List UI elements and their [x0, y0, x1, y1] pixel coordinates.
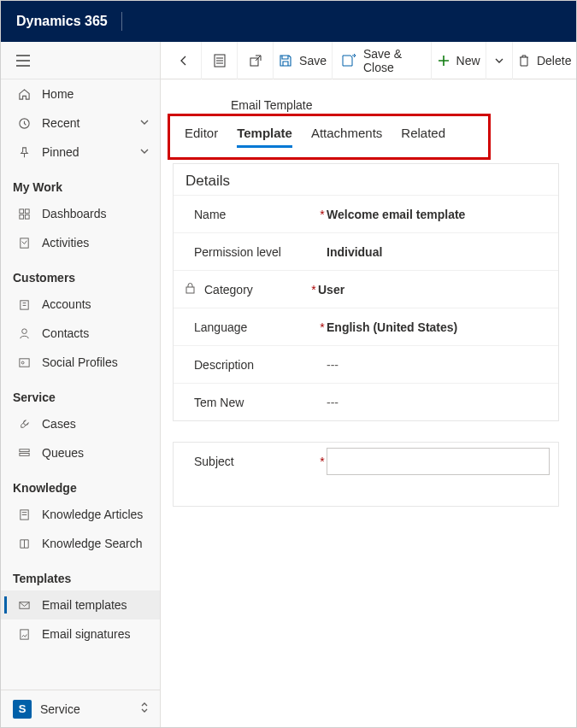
required-marker [318, 396, 327, 409]
svg-rect-15 [19, 449, 28, 451]
nav-group-mywork: My Work [1, 167, 160, 199]
subject-input[interactable] [327, 448, 550, 475]
back-icon [177, 54, 191, 68]
back-button[interactable] [166, 42, 202, 79]
svg-rect-6 [19, 214, 23, 219]
nav-label: Queues [42, 446, 84, 460]
required-marker: * [318, 320, 327, 334]
wrench-icon [16, 418, 32, 431]
nav-home[interactable]: Home [1, 79, 160, 109]
nav-cases[interactable]: Cases [1, 409, 160, 438]
new-flyout-button[interactable] [486, 42, 513, 79]
plus-icon [438, 55, 450, 67]
nav-recent[interactable]: Recent [1, 109, 160, 138]
email-template-icon [16, 599, 32, 612]
nav-dashboards[interactable]: Dashboards [1, 199, 160, 228]
person-icon [16, 327, 32, 340]
area-switcher[interactable]: S Service [1, 690, 160, 727]
nav-label: Email signatures [42, 627, 131, 641]
delete-button[interactable]: Delete [513, 42, 576, 79]
book-icon [16, 537, 32, 550]
nav-knowledge-articles[interactable]: Knowledge Articles [1, 500, 160, 529]
hamburger-button[interactable] [1, 42, 160, 79]
nav-group-knowledge: Knowledge [1, 467, 160, 500]
entity-type-label: Email Template [173, 98, 559, 112]
tab-template[interactable]: Template [237, 126, 292, 148]
nav-label: Pinned [42, 145, 79, 159]
field-label-text: Category [204, 283, 253, 296]
svg-rect-16 [19, 453, 28, 455]
field-label-text: Subject [194, 455, 234, 468]
field-value: --- [327, 358, 546, 372]
trash-icon [518, 54, 530, 68]
nav-pinned[interactable]: Pinned [1, 138, 160, 167]
svg-rect-21 [20, 629, 27, 638]
nav-activities[interactable]: Activities [1, 228, 160, 257]
chevron-updown-icon [139, 702, 150, 716]
nav-label: Knowledge Search [42, 537, 143, 550]
field-label-text: Language [194, 320, 247, 334]
save-button[interactable]: Save [274, 42, 333, 79]
dashboard-icon [16, 208, 32, 220]
field-value: Individual [327, 245, 546, 259]
field-category[interactable]: Category * User [174, 270, 558, 308]
field-value: Welcome email template [327, 208, 546, 221]
global-header: Dynamics 365 [1, 1, 576, 42]
field-name[interactable]: Name * Welcome email template [174, 195, 558, 232]
nav-label: Recent [42, 116, 79, 130]
field-subject: Subject * [174, 443, 558, 480]
tab-related[interactable]: Related [401, 126, 445, 148]
nav-social-profiles[interactable]: Social Profiles [1, 348, 160, 377]
required-marker: * [309, 283, 318, 296]
tab-editor[interactable]: Editor [185, 126, 218, 148]
nav-queues[interactable]: Queues [1, 438, 160, 467]
nav-knowledge-search[interactable]: Knowledge Search [1, 529, 160, 558]
chevron-down-icon [139, 116, 150, 130]
clock-icon [16, 117, 32, 130]
profile-icon [16, 356, 32, 369]
tab-attachments[interactable]: Attachments [311, 126, 382, 148]
area-label: Service [40, 702, 80, 716]
sidebar: Home Recent Pinned [1, 42, 161, 727]
field-description[interactable]: Description --- [174, 345, 558, 383]
clipboard-icon [16, 237, 32, 250]
nav-group-customers: Customers [1, 257, 160, 290]
new-button[interactable]: New [432, 42, 486, 79]
required-marker: * [318, 455, 327, 468]
nav-accounts[interactable]: Accounts [1, 290, 160, 319]
svg-rect-5 [25, 208, 29, 213]
subject-section: Subject * [173, 442, 559, 507]
required-marker: * [318, 208, 327, 221]
nav-email-templates[interactable]: Email templates [1, 590, 160, 619]
nav-label: Email templates [42, 598, 127, 612]
chevron-down-icon [494, 56, 504, 66]
nav-label: Social Profiles [42, 355, 118, 369]
popout-button[interactable] [238, 42, 274, 79]
queue-icon [16, 447, 32, 460]
field-permission-level[interactable]: Permission level Individual [174, 232, 558, 270]
field-language[interactable]: Language * English (United States) [174, 308, 558, 345]
hamburger-icon [16, 55, 30, 67]
signature-icon [16, 628, 32, 641]
lock-icon [185, 283, 196, 296]
nav-label: Home [42, 87, 74, 101]
field-label-text: Permission level [194, 245, 281, 259]
save-close-icon [341, 54, 356, 68]
svg-point-12 [21, 328, 26, 333]
required-marker [318, 358, 327, 372]
svg-rect-7 [25, 214, 29, 219]
field-tem-new[interactable]: Tem New --- [174, 383, 558, 420]
command-bar: Save Save & Close New Delete [161, 42, 576, 79]
field-value: --- [327, 396, 546, 409]
new-label: New [456, 54, 480, 68]
home-icon [16, 88, 32, 101]
pin-icon [16, 146, 32, 159]
header-divider [121, 12, 122, 31]
save-close-button[interactable]: Save & Close [333, 42, 432, 79]
nav-contacts[interactable]: Contacts [1, 319, 160, 348]
svg-rect-8 [20, 238, 27, 247]
save-close-label: Save & Close [363, 47, 422, 74]
list-button[interactable] [202, 42, 238, 79]
nav-email-signatures[interactable]: Email signatures [1, 619, 160, 649]
nav-label: Activities [42, 236, 89, 250]
